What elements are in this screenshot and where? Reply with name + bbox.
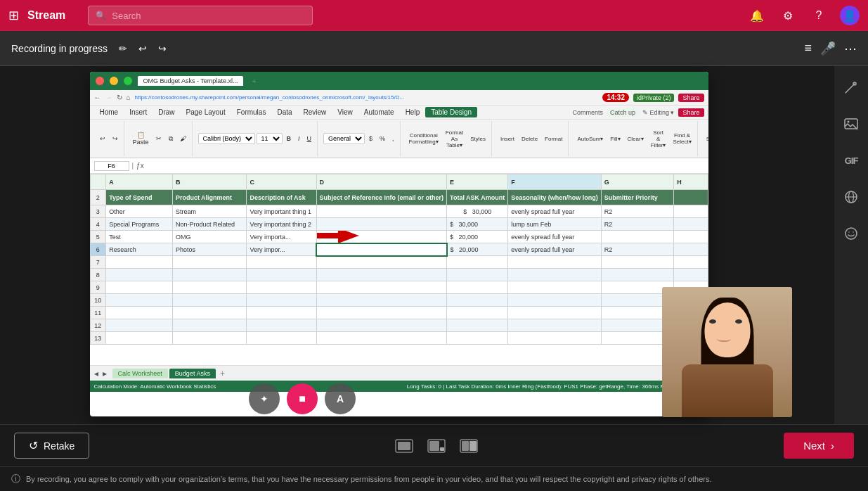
row-4-dollar[interactable]: $ 30,000 — [447, 218, 508, 231]
conditional-formatting-btn[interactable]: ConditionalFormatting▾ — [406, 131, 441, 146]
menu-automate[interactable]: Automate — [358, 107, 400, 117]
row-6-type[interactable]: Research — [106, 243, 173, 256]
row-6-dollar[interactable]: $ 20,000 — [447, 243, 508, 256]
refresh-icon[interactable]: ↻ — [117, 94, 122, 101]
percent-btn[interactable]: % — [377, 134, 388, 144]
copy-btn[interactable]: ⧉ — [166, 134, 176, 144]
row-3-product[interactable]: Stream — [172, 205, 247, 218]
menu-draw[interactable]: Draw — [153, 107, 180, 117]
sensitivity-btn[interactable]: Sensitivity — [704, 134, 708, 144]
font-size-select[interactable]: 11 — [257, 133, 283, 144]
profile-icon[interactable]: idPrivate (2) — [633, 94, 675, 102]
row-4-desc[interactable]: Very important thing 2 — [247, 218, 316, 231]
catch-up-btn[interactable]: Catch up — [607, 108, 638, 117]
text-overlay-btn[interactable]: A — [325, 383, 356, 414]
underline-btn[interactable]: U — [304, 134, 315, 144]
share-menu-btn[interactable]: Share — [678, 108, 704, 117]
share-btn[interactable]: Share — [678, 94, 704, 102]
maximize-btn[interactable] — [124, 77, 132, 85]
mic-icon[interactable]: 🎤 — [820, 41, 836, 56]
layout-screen-webcam-btn[interactable] — [427, 439, 446, 453]
comments-btn[interactable]: Comments — [572, 109, 603, 116]
name-box[interactable] — [94, 161, 129, 171]
menu-page-layout[interactable]: Page Layout — [181, 107, 231, 117]
row-5-product[interactable]: OMG — [172, 231, 247, 243]
globe-panel-icon[interactable] — [838, 184, 864, 210]
sticker-panel-icon[interactable] — [838, 221, 864, 246]
row-4-product[interactable]: Non-Product Related — [172, 218, 247, 231]
row-6-product[interactable]: Photos — [172, 243, 247, 256]
formula-icon[interactable]: ƒx — [136, 162, 144, 170]
add-sheet-icon[interactable]: + — [220, 369, 225, 378]
image-panel-icon[interactable] — [838, 111, 864, 136]
row-6-priority[interactable]: R2 — [601, 243, 673, 256]
excel-sheet[interactable]: A B C D E F G H 2 Type of Spend Pr — [90, 174, 708, 365]
row-4-seasonality[interactable]: lump sum Feb — [508, 218, 602, 231]
dollar-btn[interactable]: $ — [366, 134, 375, 144]
calc-worksheet-tab[interactable]: Calc Worksheet — [112, 369, 168, 378]
fill-btn[interactable]: Fill▾ — [607, 134, 623, 144]
forward-icon[interactable]: → — [105, 94, 112, 101]
next-btn[interactable]: Next › — [784, 433, 854, 459]
close-btn[interactable] — [96, 77, 104, 85]
pen-icon[interactable]: ✏ — [119, 43, 127, 54]
italic-btn[interactable]: I — [295, 134, 303, 144]
format-as-table-btn[interactable]: Format AsTable▾ — [443, 128, 466, 150]
layout-screen-only-btn[interactable] — [395, 439, 413, 453]
row-3-ref[interactable] — [316, 205, 447, 218]
nav-right-icon[interactable]: ▸ — [103, 369, 107, 378]
row-4-priority[interactable]: R2 — [601, 218, 673, 231]
nav-left-icon[interactable]: ◂ — [94, 369, 98, 378]
row-5-dollar[interactable]: $ 20,000 — [447, 231, 508, 243]
row-3-seasonality[interactable]: evenly spread full year — [508, 205, 602, 218]
address-url[interactable]: https://contosodrones-my.sharepoint.com/… — [135, 94, 599, 101]
excel-tab[interactable]: OMG Budget Asks - Template.xl... — [138, 76, 244, 86]
clear-btn[interactable]: Clear▾ — [625, 134, 647, 144]
row-3-type[interactable]: Other — [106, 205, 173, 218]
effects-btn[interactable]: ✦ — [249, 383, 280, 414]
menu-data[interactable]: Data — [271, 107, 297, 117]
settings-icon[interactable]: ⚙ — [778, 6, 798, 25]
redo-icon[interactable]: ↪ — [158, 43, 167, 54]
row-6-ref-active[interactable] — [316, 243, 447, 256]
home-icon[interactable]: ⌂ — [127, 94, 131, 101]
sort-filter-btn[interactable]: Sort &Filter▾ — [648, 128, 669, 150]
number-format-select[interactable]: General — [323, 133, 365, 144]
search-input[interactable] — [112, 11, 305, 21]
app-grid-icon[interactable]: ⊞ — [8, 8, 19, 23]
menu-help[interactable]: Help — [400, 107, 426, 117]
delete-cells-btn[interactable]: Delete — [519, 134, 540, 144]
menu-home[interactable]: Home — [94, 107, 124, 117]
editing-btn[interactable]: ✎ Editing ▾ — [642, 109, 675, 116]
gif-panel-icon[interactable]: GIF — [838, 148, 864, 173]
row-5-ref[interactable] — [316, 231, 447, 243]
menu-formulas[interactable]: Formulas — [231, 107, 272, 117]
minimize-btn[interactable] — [110, 77, 118, 85]
bold-btn[interactable]: B — [284, 134, 294, 144]
layout-side-by-side-btn[interactable] — [460, 439, 478, 453]
row-3-dollar[interactable]: $ 30,000 — [447, 205, 508, 218]
comma-btn[interactable]: , — [389, 134, 397, 144]
cut-btn[interactable]: ✂ — [153, 134, 164, 144]
menu-review[interactable]: Review — [298, 107, 332, 117]
autosum-btn[interactable]: AutoSum▾ — [574, 134, 606, 144]
menu-insert[interactable]: Insert — [124, 107, 153, 117]
format-cells-btn[interactable]: Format — [542, 134, 565, 144]
row-6-desc[interactable]: Very impor... — [247, 243, 316, 256]
insert-cells-btn[interactable]: Insert — [498, 134, 517, 144]
budget-asks-tab[interactable]: Budget Asks — [169, 369, 216, 378]
undo-icon[interactable]: ↩ — [138, 43, 147, 54]
wand-panel-icon[interactable] — [838, 75, 864, 100]
avatar[interactable]: 👤 — [840, 6, 860, 25]
row-5-desc[interactable]: Very importa... — [247, 231, 316, 243]
format-painter-btn[interactable]: 🖌 — [177, 134, 189, 144]
row-3-priority[interactable]: R2 — [601, 205, 673, 218]
menu-table-design[interactable]: Table Design — [425, 107, 477, 117]
notification-icon[interactable]: 🔔 — [747, 6, 767, 25]
help-icon[interactable]: ? — [809, 6, 829, 25]
styles-btn[interactable]: Styles — [467, 134, 488, 144]
row-6-seasonality[interactable]: evenly spread full year — [508, 243, 602, 256]
retake-btn[interactable]: ↺ Retake — [14, 433, 89, 459]
back-icon[interactable]: ← — [94, 94, 101, 101]
row-4-type[interactable]: Special Programs — [106, 218, 173, 231]
